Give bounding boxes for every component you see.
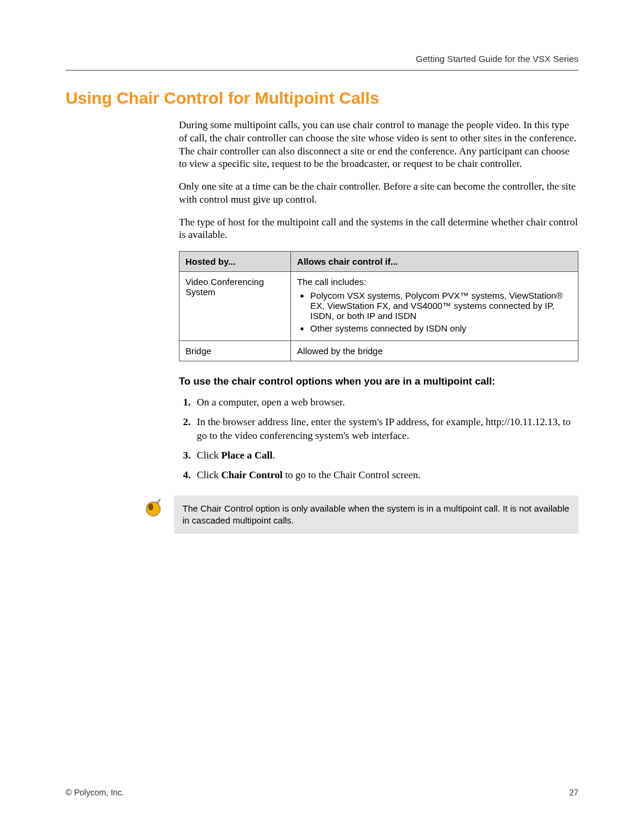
ui-term: Place a Call [221,450,273,461]
table-cell: Bridge [179,341,291,361]
footer-copyright: © Polycom, Inc. [66,788,124,797]
table-header-cell: Hosted by... [179,252,291,272]
section-heading: Using Chair Control for Multipoint Calls [66,89,578,108]
note-icon [143,498,163,518]
step-text: Click [197,450,221,461]
table-row: Video Conferencing System The call inclu… [179,272,578,341]
paragraph: During some multipoint calls, you can us… [179,119,578,171]
list-item: Polycom VSX systems, Polycom PVX™ system… [310,290,572,321]
ui-term: Chair Control [221,469,283,481]
procedure-heading: To use the chair control options when yo… [179,376,578,388]
table-header-row: Hosted by... Allows chair control if... [179,252,578,272]
step-text: Click [197,469,221,481]
table-cell: Video Conferencing System [179,272,291,341]
cell-bullet-list: Polycom VSX systems, Polycom PVX™ system… [297,290,572,333]
svg-point-1 [148,503,154,510]
table-cell: The call includes: Polycom VSX systems, … [291,272,578,341]
table-row: Bridge Allowed by the bridge [179,341,578,361]
page-footer: © Polycom, Inc. 27 [66,788,578,797]
footer-page-number: 27 [569,788,578,797]
list-item: Click Chair Control to go to the Chair C… [193,469,578,482]
chair-control-table: Hosted by... Allows chair control if... … [179,251,578,361]
list-item: In the browser address line, enter the s… [193,416,578,443]
step-text: to go to the Chair Control screen. [283,469,420,481]
note-box: The Chair Control option is only availab… [174,496,578,534]
document-page: Getting Started Guide for the VSX Series… [0,0,644,833]
paragraph: The type of host for the multipoint call… [179,216,578,242]
list-item: Other systems connected by ISDN only [310,323,572,333]
paragraph: Only one site at a time can be the chair… [179,180,578,206]
header-rule [66,70,578,71]
table-header-cell: Allows chair control if... [291,252,578,272]
cell-lead-text: The call includes: [297,277,366,287]
running-header: Getting Started Guide for the VSX Series [66,54,578,70]
list-item: On a computer, open a web browser. [193,396,578,410]
note-row: The Chair Control option is only availab… [143,496,578,534]
list-item: Click Place a Call. [193,449,578,463]
step-text: . [273,450,275,461]
procedure-steps: On a computer, open a web browser. In th… [179,396,578,482]
body-column: During some multipoint calls, you can us… [179,119,578,482]
table-cell: Allowed by the bridge [291,341,578,361]
